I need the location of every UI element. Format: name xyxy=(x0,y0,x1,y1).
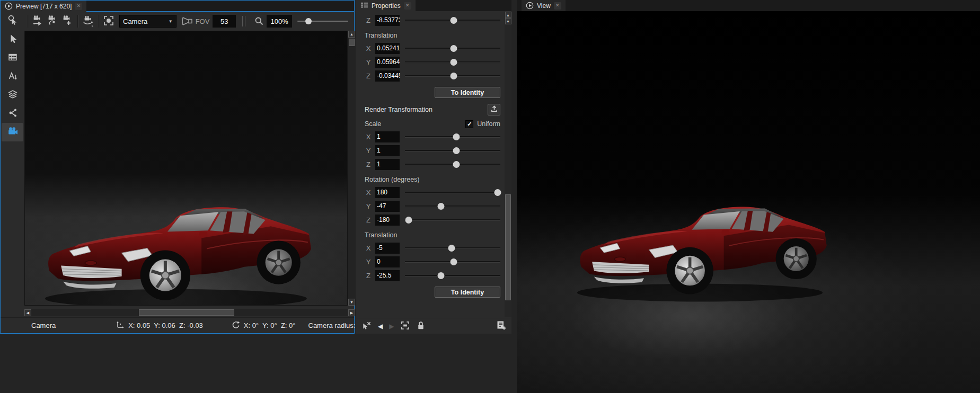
number-input[interactable]: -180 xyxy=(375,215,400,226)
tab-preview[interactable]: Preview [717 x 620] ✕ xyxy=(1,1,86,12)
slider-handle[interactable] xyxy=(453,133,460,140)
close-icon[interactable]: ✕ xyxy=(404,2,411,10)
scroll-left-arrow[interactable]: ◀ xyxy=(24,309,31,316)
scroll-up-arrow[interactable]: ▲ xyxy=(505,12,511,18)
slider-handle[interactable] xyxy=(450,73,457,79)
slider-handle[interactable] xyxy=(448,245,455,252)
slider[interactable] xyxy=(405,145,500,156)
number-input[interactable]: -0.03445 xyxy=(375,70,400,82)
camera-add-button[interactable] xyxy=(60,14,75,29)
close-icon[interactable]: ✕ xyxy=(75,3,82,10)
scrollbar-thumb[interactable] xyxy=(349,39,355,46)
properties-bottom-toolbar: ◀ ▶ xyxy=(356,318,511,334)
number-input[interactable]: 1 xyxy=(375,145,400,156)
slider-handle[interactable] xyxy=(450,258,457,265)
to-identity-button[interactable]: To Identity xyxy=(435,87,500,98)
slider-handle[interactable] xyxy=(450,59,457,66)
slider[interactable] xyxy=(405,70,500,81)
number-input[interactable]: 0.05964 xyxy=(375,57,400,68)
slider-track[interactable] xyxy=(405,192,500,193)
slider-handle[interactable] xyxy=(450,45,457,52)
slider[interactable] xyxy=(405,57,500,67)
number-input[interactable]: 180 xyxy=(375,187,400,198)
slider[interactable] xyxy=(405,201,500,211)
car-render xyxy=(42,185,319,306)
connections-icon xyxy=(7,108,18,120)
status-camera-label: Camera xyxy=(31,321,56,329)
toolbar-splitter-handle[interactable] xyxy=(242,16,245,26)
slider-handle[interactable] xyxy=(453,147,460,154)
frame-selection-button[interactable] xyxy=(400,320,410,332)
slider[interactable] xyxy=(405,215,500,225)
scroll-down-arrow[interactable]: ▼ xyxy=(505,18,511,24)
slider[interactable] xyxy=(405,131,500,142)
axis-label: Z xyxy=(365,16,372,24)
scroll-right-arrow[interactable]: ▶ xyxy=(348,309,355,316)
number-input[interactable]: -5 xyxy=(375,243,400,254)
slider-handle[interactable] xyxy=(494,189,501,196)
clear-selection-button[interactable] xyxy=(361,320,372,332)
lock-button[interactable] xyxy=(417,320,425,332)
scroll-up-arrow[interactable]: ▲ xyxy=(348,31,355,38)
camera-view-button[interactable] xyxy=(2,123,23,141)
slider-handle[interactable] xyxy=(450,17,457,24)
axis-label: Y xyxy=(365,258,372,266)
number-input[interactable]: -8.53773 xyxy=(375,15,400,26)
to-identity-button-2[interactable]: To Identity xyxy=(435,287,500,298)
frame-view-button[interactable] xyxy=(101,14,116,29)
number-input[interactable]: -47 xyxy=(375,201,400,212)
text-annotation-button[interactable] xyxy=(2,67,23,86)
add-property-button[interactable] xyxy=(496,320,506,332)
number-input[interactable]: 0.05241 xyxy=(375,43,400,54)
axis-label: Y xyxy=(365,58,372,66)
scale-label: Scale xyxy=(365,120,381,128)
history-forward-button[interactable]: ▶ xyxy=(389,323,394,329)
slider-track[interactable] xyxy=(405,275,500,276)
status-position-text: X: 0.05 Y: 0.06 Z: -0.03 xyxy=(128,321,203,329)
preview-viewport[interactable] xyxy=(24,31,348,306)
table-view-button[interactable] xyxy=(2,49,23,67)
slider[interactable] xyxy=(405,15,500,25)
slider-row-translation2-y: Y 0 xyxy=(365,255,500,269)
tab-properties[interactable]: Properties ✕ xyxy=(356,0,416,11)
slider[interactable] xyxy=(405,159,500,169)
history-back-button[interactable]: ◀ xyxy=(378,323,383,329)
slider[interactable] xyxy=(405,243,500,253)
pick-tool-button[interactable] xyxy=(2,12,23,30)
zoom-slider-handle[interactable] xyxy=(305,18,312,24)
slider[interactable] xyxy=(405,256,500,267)
slider-handle[interactable] xyxy=(405,217,412,224)
uniform-checkbox[interactable]: ✓ xyxy=(465,120,473,128)
number-input[interactable]: 1 xyxy=(375,159,400,170)
scroll-down-arrow[interactable]: ▼ xyxy=(348,299,355,306)
number-input[interactable]: 1 xyxy=(375,131,400,142)
slider-track[interactable] xyxy=(405,219,500,220)
fov-input[interactable]: 53 xyxy=(213,15,236,28)
zoom-slider[interactable] xyxy=(297,16,348,26)
slider[interactable] xyxy=(405,187,500,198)
number-input[interactable]: 0 xyxy=(375,256,400,267)
close-icon[interactable]: ✕ xyxy=(554,2,561,10)
select-tool-button[interactable] xyxy=(2,30,23,49)
scrollbar-thumb[interactable] xyxy=(505,194,511,300)
slider-track[interactable] xyxy=(405,206,500,207)
slider[interactable] xyxy=(405,43,500,53)
camera-reset-rotation-button[interactable] xyxy=(45,14,60,29)
connections-button[interactable] xyxy=(2,104,23,123)
export-button[interactable] xyxy=(488,104,500,115)
scrollbar-track[interactable] xyxy=(348,38,355,299)
camera-select[interactable]: Camera ▼ xyxy=(119,15,176,28)
view-viewport[interactable] xyxy=(517,11,980,393)
slider[interactable] xyxy=(405,270,500,281)
slider-handle[interactable] xyxy=(438,272,445,279)
tab-view[interactable]: View ✕ xyxy=(522,0,566,11)
slider-row-translation-z: Z -0.03445 xyxy=(365,69,500,83)
zoom-level-input[interactable]: 100% xyxy=(267,15,292,28)
slider-handle[interactable] xyxy=(438,203,445,210)
slider-handle[interactable] xyxy=(453,161,460,168)
view-panel: View ✕ xyxy=(517,0,980,393)
camera-translate-button[interactable] xyxy=(30,14,45,29)
number-input[interactable]: -25.5 xyxy=(375,270,400,281)
camera-orbit-button[interactable] xyxy=(81,14,95,29)
layers-button[interactable] xyxy=(2,86,23,104)
